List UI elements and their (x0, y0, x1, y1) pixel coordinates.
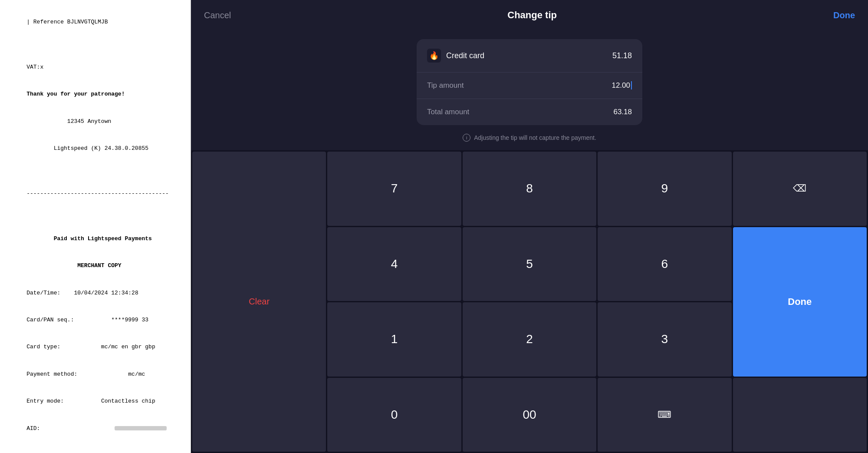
receipt-entry-mode-value: Contactless chip (101, 398, 155, 404)
numpad-area: Clear 7 8 9 ⌫ 4 5 6 Done 1 2 3 0 00 ⌨ (191, 150, 868, 453)
fire-icon: 🔥 (429, 51, 439, 60)
key-3[interactable]: 3 (598, 302, 731, 377)
tip-amount-label: Tip amount (427, 81, 464, 90)
receipt-card-type-value: mc/mc en gbr gbp (101, 344, 155, 350)
cancel-button[interactable]: Cancel (204, 10, 231, 20)
payment-amount: 51.18 (612, 51, 632, 60)
tip-amount-value: 12.00 (612, 81, 632, 90)
key-2[interactable]: 2 (463, 302, 596, 377)
receipt-reference: | Reference BJLNVGTQLMJB (26, 19, 108, 25)
receipt-entry-mode-label: Entry mode: (26, 398, 64, 404)
done-button[interactable]: Done (733, 227, 867, 377)
key-0[interactable]: 0 (327, 378, 461, 452)
receipt-divider1: ----------------------------------------… (26, 190, 169, 197)
receipt-card-pan-label: Card/PAN seq.: (26, 317, 74, 323)
key-6[interactable]: 6 (598, 227, 731, 301)
payment-name: Credit card (446, 51, 484, 60)
tip-amount-row: Tip amount 12.00 (417, 73, 642, 99)
receipt-address1: 12345 Anytown (67, 118, 111, 125)
receipt-card-type-label: Card type: (26, 344, 60, 350)
receipt-aid-label: AID: (26, 425, 40, 432)
receipt-date-label: Date/Time: (26, 290, 60, 296)
pos-header: Cancel Change tip Done (191, 0, 868, 30)
receipt-merchant-copy: MERCHANT COPY (77, 262, 121, 269)
pos-panel: Cancel Change tip Done 🔥 Credit card 51.… (191, 0, 868, 453)
receipt-payment-method-label: Payment method: (26, 371, 77, 377)
warning-text: Adjusting the tip will not capture the p… (474, 134, 596, 141)
payment-left: 🔥 Credit card (427, 49, 484, 63)
key-9[interactable]: 9 (598, 152, 731, 226)
receipt-address2: Lightspeed (K) 24.38.0.20855 (54, 145, 148, 152)
payment-icon: 🔥 (427, 49, 441, 63)
key-1[interactable]: 1 (327, 302, 461, 377)
receipt-card-pan-value: ****9999 33 (111, 317, 148, 323)
info-card: 🔥 Credit card 51.18 Tip amount 12.00 Tot… (417, 39, 642, 125)
receipt-aid-redacted (115, 425, 167, 432)
key-7[interactable]: 7 (327, 152, 461, 226)
keyboard-button[interactable]: ⌨ (598, 378, 731, 452)
backspace-button[interactable]: ⌫ (733, 152, 867, 226)
receipt-date-value: 10/04/2024 12:34:28 (74, 290, 138, 296)
header-done-button[interactable]: Done (833, 10, 855, 20)
pos-info-area: 🔥 Credit card 51.18 Tip amount 12.00 Tot… (191, 30, 868, 129)
key-8[interactable]: 8 (463, 152, 596, 226)
info-icon: i (463, 134, 470, 142)
receipt-panel: | Reference BJLNVGTQLMJB VAT:x Thank you… (0, 0, 191, 453)
total-amount-label: Total amount (427, 108, 469, 116)
key-4[interactable]: 4 (327, 227, 461, 301)
key-00[interactable]: 00 (463, 378, 596, 452)
receipt-thank-you: Thank you for your patronage! (26, 91, 125, 97)
payment-row: 🔥 Credit card 51.18 (417, 39, 642, 73)
warning-row: i Adjusting the tip will not capture the… (191, 129, 868, 150)
receipt-vat: VAT:x (26, 64, 43, 70)
total-amount-value: 63.18 (613, 108, 632, 116)
header-title: Change tip (507, 10, 557, 21)
total-amount-row: Total amount 63.18 (417, 99, 642, 125)
receipt-section-title: Paid with Lightspeed Payments (54, 235, 152, 242)
receipt-payment-method-value: mc/mc (128, 371, 145, 377)
empty-cell (733, 378, 867, 452)
clear-button[interactable]: Clear (192, 152, 326, 452)
key-5[interactable]: 5 (463, 227, 596, 301)
